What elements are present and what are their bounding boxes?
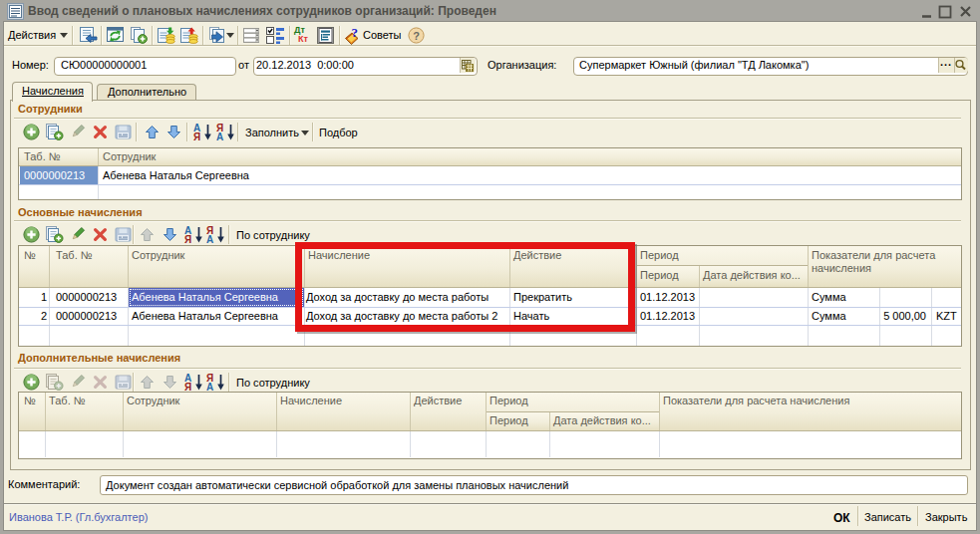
svg-text:Я: Я	[184, 234, 191, 244]
svg-text:А: А	[216, 132, 223, 141]
svg-text:Я: Я	[193, 132, 200, 141]
svg-text:А: А	[206, 382, 213, 392]
svg-text:А: А	[206, 234, 213, 244]
svg-text:?: ?	[413, 30, 420, 42]
svg-text:Я: Я	[184, 382, 191, 392]
svg-text:?: ?	[352, 26, 359, 40]
